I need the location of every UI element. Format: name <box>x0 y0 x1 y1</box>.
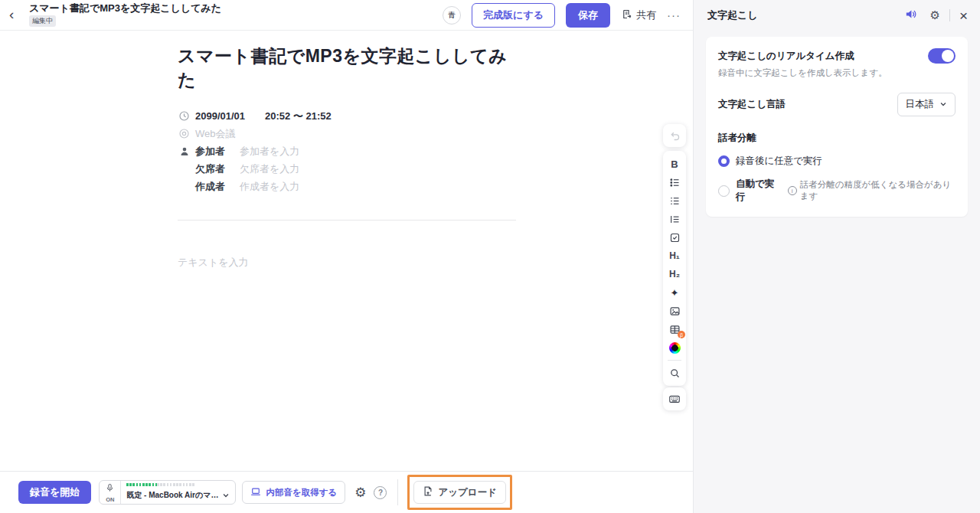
document-meta: 2099/01/01 20:52 〜 21:52 Web会議 <box>178 107 516 195</box>
body-text-placeholder[interactable]: テキストを入力 <box>178 256 516 270</box>
main-area: ‹ スマート書記でMP3を文字起こししてみた 編集中 青 完成版にする 保存 共… <box>0 0 694 513</box>
mic-device-cell: 既定 - MacBook Airのマ… <box>121 481 235 504</box>
share-button[interactable]: 共有 <box>621 8 656 22</box>
footer-divider <box>397 479 398 505</box>
document-content: スマート書記でMP3を文字起こししてみた 2099/01/01 20:52 〜 … <box>178 31 516 270</box>
meeting-date[interactable]: 2099/01/01 <box>195 110 245 122</box>
content-divider <box>178 220 516 221</box>
start-recording-button[interactable]: 録音を開始 <box>18 481 91 504</box>
share-label: 共有 <box>636 8 656 22</box>
mic-state-label: ON <box>106 496 114 503</box>
chevron-down-icon <box>222 488 230 502</box>
panel-header-divider <box>949 9 950 21</box>
heading1-icon[interactable]: H₁ <box>663 247 686 265</box>
table-icon[interactable]: β <box>663 320 686 338</box>
chevron-down-icon <box>939 100 947 110</box>
speaker-volume-icon[interactable] <box>904 8 917 24</box>
header-actions: 青 完成版にする 保存 共有 ··· <box>443 3 681 28</box>
settings-gear-icon[interactable]: ⚙ <box>354 485 366 500</box>
file-upload-icon <box>423 485 433 499</box>
ai-sparkle-icon[interactable]: ✦ <box>663 283 686 302</box>
upload-button[interactable]: アップロード <box>413 481 505 504</box>
panel-header: 文字起こし ⚙ × <box>694 0 980 31</box>
location-placeholder[interactable]: Web会議 <box>195 127 236 141</box>
numbered-list-icon[interactable] <box>663 191 686 210</box>
heading2-icon[interactable]: H₂ <box>663 265 686 283</box>
help-icon[interactable]: ? <box>374 486 387 499</box>
bottom-bar: 録音を開始 ON 既定 - MacBo <box>0 471 693 513</box>
back-button[interactable]: ‹ <box>9 7 29 24</box>
field-label: 欠席者 <box>195 162 227 176</box>
realtime-label: 文字起こしのリアルタイム作成 <box>718 50 854 63</box>
mic-status: ON <box>100 481 121 504</box>
realtime-toggle[interactable] <box>928 48 956 64</box>
realtime-description: 録音中に文字起こしを作成し表示します。 <box>718 67 956 79</box>
option2-note: 話者分離の精度が低くなる場合があります <box>800 179 956 202</box>
upload-label: アップロード <box>438 486 496 499</box>
language-value: 日本語 <box>906 98 935 111</box>
field-label: 参加者 <box>195 145 227 158</box>
panel-settings-gear-icon[interactable]: ⚙ <box>929 8 939 22</box>
save-button[interactable]: 保存 <box>566 3 610 28</box>
mic-device-selector[interactable]: ON 既定 - MacBook Airのマ… <box>99 480 236 505</box>
share-icon <box>621 8 632 22</box>
language-select[interactable]: 日本語 <box>897 93 956 116</box>
keyboard-icon[interactable] <box>663 390 686 408</box>
field-placeholder[interactable]: 作成者を入力 <box>240 180 299 194</box>
transcription-settings-card: 文字起こしのリアルタイム作成 録音中に文字起こしを作成し表示します。 文字起こし… <box>706 37 968 217</box>
bold-icon[interactable]: B <box>663 155 686 173</box>
date-row[interactable]: 2099/01/01 20:52 〜 21:52 <box>178 107 516 125</box>
absentees-row[interactable]: 欠席者 欠席者を入力 <box>178 161 516 178</box>
language-label: 文字起こし言語 <box>718 98 786 111</box>
option-automatic[interactable]: 自動で実行 i 話者分離の精度が低くなる場合があります <box>718 178 956 204</box>
app-window: ‹ スマート書記でMP3を文字起こししてみた 編集中 青 完成版にする 保存 共… <box>0 0 980 513</box>
option2-label: 自動で実行 <box>736 178 780 204</box>
finalize-button[interactable]: 完成版にする <box>472 3 555 28</box>
capture-internal-audio-label: 内部音を取得する <box>266 487 337 498</box>
language-row: 文字起こし言語 日本語 <box>718 93 956 116</box>
upload-highlight-box: アップロード <box>407 475 511 510</box>
microphone-icon <box>106 482 114 495</box>
format-toolbar: B <box>663 151 686 386</box>
close-panel-icon[interactable]: × <box>959 8 968 23</box>
more-menu-button[interactable]: ··· <box>667 8 681 21</box>
option-after-recording[interactable]: 録音後に任意で実行 <box>718 155 956 168</box>
header-document-title: スマート書記でMP3を文字起こししてみた <box>29 3 221 15</box>
location-row[interactable]: Web会議 <box>178 125 516 142</box>
mic-device-name: 既定 - MacBook Airのマ… <box>126 490 218 501</box>
undo-icon[interactable] <box>663 126 686 145</box>
status-badge: 編集中 <box>29 15 56 27</box>
checkbox-icon[interactable] <box>663 228 686 247</box>
realtime-row: 文字起こしのリアルタイム作成 <box>718 48 956 64</box>
keyboard-toolbar <box>663 387 686 410</box>
participants-row[interactable]: 参加者 参加者を入力 <box>178 143 516 160</box>
radio-selected-icon[interactable] <box>718 155 730 167</box>
undo-toolbar <box>663 124 686 147</box>
beta-badge: β <box>678 331 685 338</box>
image-icon[interactable] <box>663 302 686 320</box>
clock-icon <box>178 110 191 122</box>
search-icon[interactable] <box>663 364 686 382</box>
field-placeholder[interactable]: 欠席者を入力 <box>240 162 299 176</box>
author-row[interactable]: 作成者 作成者を入力 <box>178 178 516 195</box>
laptop-icon <box>250 486 261 498</box>
color-wheel-icon[interactable] <box>663 338 686 357</box>
toolbar-divider <box>668 360 681 361</box>
option1-label: 録音後に任意で実行 <box>736 155 822 168</box>
meeting-time-range[interactable]: 20:52 〜 21:52 <box>265 109 332 123</box>
editor-area[interactable]: スマート書記でMP3を文字起こししてみた 2099/01/01 20:52 〜 … <box>0 31 693 471</box>
header-title-wrap: スマート書記でMP3を文字起こししてみた 編集中 <box>29 3 221 28</box>
transcription-panel: 文字起こし ⚙ × 文字起こしのリアルタイム作成 録音中に文字起こし <box>694 0 980 513</box>
avatar[interactable]: 青 <box>443 6 461 25</box>
capture-internal-audio-button[interactable]: 内部音を取得する <box>242 481 345 504</box>
radio-unselected-icon[interactable] <box>718 185 730 197</box>
document-title[interactable]: スマート書記でMP3を文字起こししてみた <box>178 44 516 92</box>
top-header: ‹ スマート書記でMP3を文字起こししてみた 編集中 青 完成版にする 保存 共… <box>0 0 693 31</box>
bullet-list-icon[interactable] <box>663 173 686 191</box>
indent-list-icon[interactable] <box>663 210 686 228</box>
info-icon: i <box>788 186 797 195</box>
panel-title: 文字起こし <box>707 8 758 22</box>
field-placeholder[interactable]: 参加者を入力 <box>240 145 299 158</box>
location-icon <box>178 128 191 139</box>
person-icon <box>178 146 191 157</box>
